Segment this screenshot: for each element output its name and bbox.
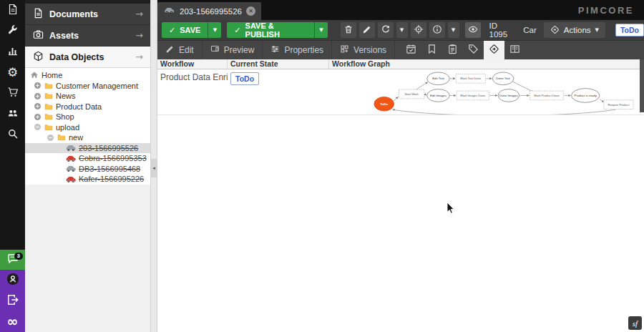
- profiler-toolbar-button[interactable]: sf: [628, 316, 642, 330]
- cube-icon: [33, 51, 44, 64]
- check-icon: ✓: [169, 26, 175, 34]
- workflow-diamond-icon: [550, 25, 560, 36]
- tab-versions[interactable]: Versions: [332, 41, 395, 59]
- tree-item-cobra-1566995353[interactable]: Cobra-1566995353: [25, 153, 150, 164]
- panel-collapse-handle[interactable]: ◂: [151, 159, 157, 177]
- trash-icon: [343, 24, 353, 36]
- tab-label: Preview: [224, 45, 255, 55]
- infinity-button[interactable]: ∞: [0, 311, 25, 332]
- tree-item-203-1566995526[interactable]: 203-1566995526: [25, 143, 150, 154]
- rail-spacer: [0, 145, 25, 250]
- collapse-icon[interactable]: [47, 134, 54, 142]
- tools-rail-button[interactable]: [0, 21, 25, 42]
- column-header-workflow[interactable]: Workflow: [157, 59, 228, 69]
- tree-item-product-data[interactable]: Product Data: [25, 102, 150, 112]
- workflow-grid-row[interactable]: Product Data Enrichm... ToDo ToDoStart W…: [157, 69, 644, 115]
- svg-text:Edit Text: Edit Text: [432, 77, 444, 80]
- collapse-icon[interactable]: [34, 123, 42, 131]
- tree-item-label: DB3-1566995468: [79, 165, 140, 173]
- bookmark-icon: [426, 44, 437, 57]
- actions-button[interactable]: Actions ▼: [544, 22, 605, 38]
- tree-item-upload[interactable]: upload: [25, 122, 150, 133]
- settings-rail-button[interactable]: ⚙: [0, 62, 25, 83]
- expand-icon[interactable]: [34, 82, 42, 89]
- info-button[interactable]: [429, 22, 445, 38]
- svg-text:Mark Product Done: Mark Product Done: [534, 94, 560, 97]
- assets-panel-label: Assets: [49, 31, 79, 41]
- tab-preview[interactable]: Preview: [203, 41, 263, 59]
- gear-icon: ⚙: [7, 67, 18, 79]
- tree-item-new[interactable]: new: [25, 132, 150, 143]
- expand-icon[interactable]: [34, 102, 42, 110]
- rail-top-icons: ⚙: [0, 0, 25, 145]
- delete-button[interactable]: [341, 22, 356, 38]
- dropdown-caret-button[interactable]: ▼: [448, 22, 459, 38]
- tab-edit[interactable]: Edit: [157, 41, 203, 59]
- save-publish-button[interactable]: ✓ SAVE & PUBLISH ▼: [227, 22, 327, 38]
- workflow-grid-header: Workflow Current State Workflow Graph: [157, 59, 644, 69]
- documents-panel-header[interactable]: Documents →: [25, 4, 150, 25]
- sliders-icon: [270, 44, 280, 56]
- tree-item-kafer-1566995226[interactable]: Kafer-1566995226: [25, 174, 150, 185]
- save-button[interactable]: ✓ SAVE ▼: [162, 22, 221, 38]
- reload-icon: [381, 24, 391, 36]
- column-header-workflow-graph[interactable]: Workflow Graph: [329, 59, 644, 69]
- reload-button[interactable]: [378, 22, 394, 38]
- documents-rail-button[interactable]: [0, 0, 25, 21]
- tab-object-203[interactable]: 203-1566995526 ✕: [157, 2, 261, 20]
- save-dropdown-caret[interactable]: ▼: [208, 22, 221, 38]
- calendar-check-icon: [406, 44, 416, 57]
- home-icon: [29, 71, 39, 79]
- arrow-right-icon: →: [135, 9, 143, 19]
- locate-in-tree-button[interactable]: [411, 22, 426, 38]
- data-objects-panel-label: Data Objects: [49, 52, 104, 62]
- tree-item-customer-management[interactable]: Customer Management: [25, 81, 150, 92]
- tab-bookmark[interactable]: [421, 41, 442, 59]
- reports-rail-button[interactable]: [0, 42, 25, 62]
- workflow-graph-cell: ToDoStart WorkEdit TextMark Text DoneDon…: [329, 69, 644, 114]
- tab-calendar-check[interactable]: [401, 41, 421, 59]
- tab-label: Properties: [284, 45, 323, 55]
- tab-workflow[interactable]: [484, 41, 504, 59]
- notifications-button[interactable]: 3: [0, 250, 25, 270]
- folder-icon: [44, 102, 54, 111]
- workflow-status-badge[interactable]: ToDo: [615, 24, 644, 36]
- rename-button[interactable]: [359, 22, 375, 38]
- assets-panel-header[interactable]: Assets →: [25, 25, 150, 47]
- car-gray-icon: [65, 144, 77, 152]
- tree-item-db3-1566995468[interactable]: DB3-1566995468: [25, 164, 150, 175]
- svg-text:Mark Text Done: Mark Text Done: [460, 77, 482, 80]
- dropdown-caret-button[interactable]: ▼: [396, 22, 408, 38]
- tab-tag[interactable]: [463, 41, 484, 59]
- toolbar-icon-buttons: ▼▼: [333, 22, 481, 38]
- data-objects-panel-header[interactable]: Data Objects →: [25, 47, 150, 68]
- expand-icon[interactable]: [34, 113, 42, 121]
- tree-item-shop[interactable]: Shop: [25, 112, 150, 122]
- svg-text:Edit Images: Edit Images: [430, 94, 447, 97]
- save-publish-dropdown-caret[interactable]: ▼: [314, 22, 327, 38]
- logout-button[interactable]: [0, 290, 25, 311]
- rail-bottom-icons: ∞: [0, 270, 25, 332]
- right-edge-strip: [640, 59, 644, 112]
- ecommerce-rail-button[interactable]: [0, 83, 25, 104]
- workflow-icon: [489, 44, 499, 57]
- tab-close-icon[interactable]: ✕: [246, 6, 255, 16]
- car-red-icon: [65, 175, 77, 183]
- open-preview-button[interactable]: [465, 22, 481, 38]
- tree-item-label: 203-1566995526: [79, 144, 138, 152]
- panel-splitter[interactable]: ◂: [150, 0, 157, 332]
- search-rail-button[interactable]: [0, 125, 25, 145]
- tree-item-news[interactable]: News: [25, 91, 150, 102]
- user-circle-button[interactable]: [0, 270, 25, 290]
- tree-item-home[interactable]: Home: [25, 70, 150, 81]
- column-header-current-state[interactable]: Current State: [228, 59, 329, 69]
- expand-icon[interactable]: [34, 92, 42, 100]
- cart-icon: [7, 87, 19, 100]
- tab-clipboard[interactable]: [442, 41, 463, 59]
- users-rail-button[interactable]: [0, 104, 25, 125]
- tab-properties[interactable]: Properties: [263, 41, 332, 59]
- tab-columns[interactable]: [504, 41, 525, 59]
- tab-label: Edit: [179, 45, 194, 55]
- app-window: ⚙ 3 ∞ Documents → Assets → Data Objects …: [0, 0, 644, 332]
- users-icon: [7, 107, 19, 121]
